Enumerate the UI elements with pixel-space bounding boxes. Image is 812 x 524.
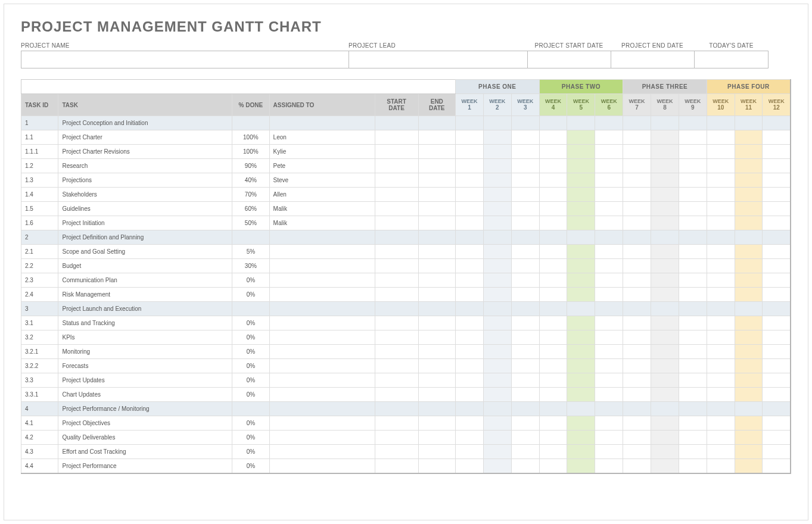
cell-assigned-to[interactable] — [269, 359, 375, 373]
cell-week-4[interactable] — [539, 173, 567, 188]
cell-week-4[interactable] — [539, 259, 567, 273]
cell-task-id[interactable]: 3.3 — [21, 373, 58, 388]
cell-end-date[interactable] — [418, 130, 455, 145]
cell-week-9[interactable] — [679, 273, 707, 288]
cell-assigned-to[interactable]: Allen — [269, 188, 375, 202]
cell-week-9[interactable] — [679, 216, 707, 230]
cell-week-3[interactable] — [511, 316, 539, 330]
cell-week-1[interactable] — [456, 259, 484, 273]
cell-task-id[interactable]: 1.4 — [21, 188, 58, 202]
cell-week-2[interactable] — [483, 145, 511, 159]
cell-assigned-to[interactable]: Pete — [269, 159, 375, 173]
cell-week-5[interactable] — [567, 445, 595, 459]
cell-start-date[interactable] — [375, 316, 418, 330]
cell-end-date[interactable] — [418, 145, 455, 159]
cell-week-8[interactable] — [651, 416, 679, 431]
cell-pct-done[interactable]: 0% — [232, 459, 269, 473]
cell-week-2[interactable] — [483, 159, 511, 173]
cell-week-2[interactable] — [483, 173, 511, 188]
cell-week-3[interactable] — [511, 159, 539, 173]
cell-week-1[interactable] — [456, 431, 484, 445]
cell-week-12[interactable] — [763, 216, 791, 230]
cell-assigned-to[interactable]: Leon — [269, 130, 375, 145]
cell-week-7[interactable] — [623, 145, 651, 159]
cell-week-4[interactable] — [539, 188, 567, 202]
cell-task[interactable]: Project Objectives — [58, 416, 232, 431]
cell-week-10[interactable] — [707, 388, 735, 402]
cell-assigned-to[interactable] — [269, 431, 375, 445]
cell-week-3[interactable] — [511, 145, 539, 159]
cell-week-7[interactable] — [623, 445, 651, 459]
cell-pct-done[interactable]: 0% — [232, 445, 269, 459]
cell-week-2[interactable] — [483, 259, 511, 273]
cell-week-10[interactable] — [707, 373, 735, 388]
cell-week-10[interactable] — [707, 245, 735, 259]
cell-week-2[interactable] — [483, 359, 511, 373]
cell-task[interactable]: Project Updates — [58, 373, 232, 388]
cell-pct-done[interactable]: 0% — [232, 316, 269, 330]
cell-week-5[interactable] — [567, 159, 595, 173]
cell-pct-done[interactable]: 100% — [232, 145, 269, 159]
cell-week-5[interactable] — [567, 216, 595, 230]
cell-week-9[interactable] — [679, 202, 707, 216]
cell-week-8[interactable] — [651, 245, 679, 259]
cell-week-1[interactable] — [456, 273, 484, 288]
cell-week-12[interactable] — [763, 445, 791, 459]
cell-week-12[interactable] — [763, 359, 791, 373]
cell-pct-done[interactable]: 0% — [232, 288, 269, 302]
cell-week-2[interactable] — [483, 330, 511, 345]
cell-task-id[interactable]: 1.2 — [21, 159, 58, 173]
cell-pct-done[interactable]: 90% — [232, 159, 269, 173]
cell-week-6[interactable] — [595, 288, 623, 302]
cell-assigned-to[interactable] — [269, 273, 375, 288]
cell-week-8[interactable] — [651, 431, 679, 445]
cell-task[interactable]: Stakeholders — [58, 188, 232, 202]
cell-week-5[interactable] — [567, 345, 595, 359]
cell-week-1[interactable] — [456, 288, 484, 302]
cell-task-id[interactable]: 1.1.1 — [21, 145, 58, 159]
cell-task[interactable]: Effort and Cost Tracking — [58, 445, 232, 459]
cell-week-12[interactable] — [763, 416, 791, 431]
cell-week-12[interactable] — [763, 259, 791, 273]
project-lead-input[interactable] — [349, 51, 527, 68]
cell-start-date[interactable] — [375, 431, 418, 445]
cell-week-12[interactable] — [763, 345, 791, 359]
cell-task-id[interactable]: 3.2 — [21, 330, 58, 345]
cell-task-id[interactable]: 4.4 — [21, 459, 58, 473]
cell-week-7[interactable] — [623, 288, 651, 302]
cell-week-10[interactable] — [707, 173, 735, 188]
cell-week-8[interactable] — [651, 216, 679, 230]
cell-task[interactable]: Quality Deliverables — [58, 431, 232, 445]
cell-week-1[interactable] — [456, 316, 484, 330]
cell-start-date[interactable] — [375, 202, 418, 216]
cell-week-2[interactable] — [483, 445, 511, 459]
cell-week-9[interactable] — [679, 245, 707, 259]
cell-week-10[interactable] — [707, 330, 735, 345]
cell-task-id[interactable]: 1.6 — [21, 216, 58, 230]
cell-week-11[interactable] — [735, 288, 763, 302]
cell-week-11[interactable] — [735, 345, 763, 359]
cell-week-9[interactable] — [679, 145, 707, 159]
cell-pct-done[interactable]: 0% — [232, 359, 269, 373]
cell-week-6[interactable] — [595, 159, 623, 173]
cell-week-10[interactable] — [707, 188, 735, 202]
cell-start-date[interactable] — [375, 259, 418, 273]
cell-week-5[interactable] — [567, 416, 595, 431]
cell-week-4[interactable] — [539, 288, 567, 302]
cell-week-5[interactable] — [567, 145, 595, 159]
cell-week-7[interactable] — [623, 159, 651, 173]
cell-week-9[interactable] — [679, 173, 707, 188]
cell-start-date[interactable] — [375, 216, 418, 230]
cell-week-8[interactable] — [651, 288, 679, 302]
cell-task[interactable]: KPIs — [58, 330, 232, 345]
cell-week-9[interactable] — [679, 431, 707, 445]
cell-pct-done[interactable]: 0% — [232, 373, 269, 388]
cell-week-4[interactable] — [539, 431, 567, 445]
cell-week-6[interactable] — [595, 445, 623, 459]
cell-week-10[interactable] — [707, 459, 735, 473]
cell-week-3[interactable] — [511, 202, 539, 216]
cell-week-3[interactable] — [511, 216, 539, 230]
cell-week-4[interactable] — [539, 273, 567, 288]
cell-week-12[interactable] — [763, 459, 791, 473]
cell-end-date[interactable] — [418, 273, 455, 288]
